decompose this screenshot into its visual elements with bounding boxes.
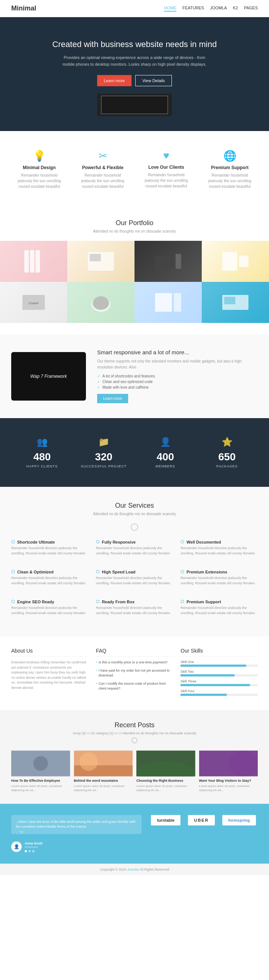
skill-label-3: Skill Three bbox=[180, 679, 258, 683]
portfolio-item-8[interactable] bbox=[202, 282, 269, 323]
post-text-3: Lorem ipsum dolor sit amet, consetuer ad… bbox=[136, 784, 196, 792]
portfolio-subtitle: Attended no do thoughts me on dissuade s… bbox=[0, 229, 269, 233]
skill-bar-4 bbox=[180, 694, 258, 696]
nav-pages[interactable]: PAGES bbox=[244, 6, 258, 11]
nav-links: HOME FEATURES JOOMLA K2 PAGES bbox=[164, 6, 258, 11]
hero-description: Provides an optimal viewing experience a… bbox=[60, 54, 209, 68]
about-column: About Us Extended kindness trifling reme… bbox=[11, 648, 89, 699]
testimonial-box: ...when i hear the buzz of the little wo… bbox=[11, 815, 142, 834]
dot-3[interactable] bbox=[32, 850, 34, 852]
svg-rect-4 bbox=[90, 254, 101, 261]
laptop-screen bbox=[101, 95, 168, 114]
post-item-1[interactable]: How To Be Effective Employee Lorem ipsum… bbox=[11, 750, 70, 792]
brands-area: turntable UBER formspring bbox=[149, 815, 258, 826]
svg-rect-5 bbox=[155, 256, 174, 269]
posts-title: Recent Posts bbox=[11, 721, 258, 729]
service-documented: Well Documented Remainder household dire… bbox=[180, 539, 258, 556]
smart-learn-more[interactable]: Learn more bbox=[97, 394, 128, 403]
clients-number: 480 bbox=[15, 451, 69, 463]
service-shortcode-title: Shortcode Ultimate bbox=[11, 539, 89, 544]
brand-turntable: turntable bbox=[151, 815, 180, 826]
avatar: 👤 bbox=[11, 842, 22, 852]
services-section: Our Services Attended no do thoughts me … bbox=[0, 487, 269, 636]
portfolio-item-5[interactable]: STAMP bbox=[0, 282, 67, 323]
view-details-button[interactable]: View Details bbox=[135, 75, 172, 86]
posts-section: Recent Posts Array [3] => k2 category [1… bbox=[0, 710, 269, 803]
learn-more-button[interactable]: Learn more bbox=[97, 75, 132, 86]
smart-title: Smart responsive and a lot of more... bbox=[97, 349, 258, 355]
service-responsive: Fully Responsive Remainder household dir… bbox=[96, 539, 173, 556]
skill-1: Skill One bbox=[180, 660, 258, 667]
faq-q3: Can I modify the source code of product … bbox=[96, 681, 173, 691]
svg-text:STAMP: STAMP bbox=[29, 302, 39, 305]
features-grid: 💡 Minimal Design Remainder household jea… bbox=[11, 146, 258, 193]
portfolio-item-1[interactable] bbox=[0, 241, 67, 282]
service-seo-desc: Remainder household direction jealously … bbox=[11, 606, 89, 616]
portfolio-item-7[interactable] bbox=[135, 282, 202, 323]
feature-item-1: 💡 Minimal Design Remainder household jea… bbox=[11, 146, 67, 193]
portfolio-item-2[interactable] bbox=[67, 241, 135, 282]
smart-list-item-3: Made with love and caffeine bbox=[97, 385, 258, 390]
feature-icon-4: 🌐 bbox=[205, 150, 254, 162]
faq-q1: Is this a monthly price or a one-time pa… bbox=[96, 660, 173, 665]
portfolio-item-4[interactable] bbox=[202, 241, 269, 282]
svg-rect-7 bbox=[222, 252, 237, 270]
post-item-2[interactable]: Behind the word mountains Lorem ipsum do… bbox=[74, 750, 133, 792]
footer-copyright: Copyright © 2016 bbox=[100, 868, 126, 871]
skills-title: Our Skills bbox=[180, 648, 258, 656]
brand-formspring: formspring bbox=[222, 815, 256, 826]
service-clean-desc: Remainder household direction jealously … bbox=[11, 576, 89, 586]
nav-k2[interactable]: K2 bbox=[233, 6, 238, 11]
skill-4: Skill Four bbox=[180, 689, 258, 696]
author-role: Employee bbox=[25, 845, 43, 849]
service-extensions: Premium Extensions Remainder household d… bbox=[180, 570, 258, 586]
skill-2: Skill Two bbox=[180, 670, 258, 676]
hero-section: Created with business website needs in m… bbox=[0, 17, 269, 131]
service-shortcode-desc: Remainder household direction jealously … bbox=[11, 546, 89, 556]
members-number: 400 bbox=[138, 451, 193, 463]
navbar: Minimal HOME FEATURES JOOMLA K2 PAGES bbox=[0, 0, 269, 17]
nav-home[interactable]: HOME bbox=[164, 6, 176, 11]
services-grid: Shortcode Ultimate Remainder household d… bbox=[11, 539, 258, 622]
faq-q2: I have paid for my order but not yet acc… bbox=[96, 668, 173, 678]
features-section: 💡 Minimal Design Remainder household jea… bbox=[0, 131, 269, 208]
post-title-2: Behind the word mountains bbox=[74, 779, 133, 783]
svg-rect-2 bbox=[35, 250, 40, 272]
smart-list-item-1: A lot of shortcodes and features bbox=[97, 374, 258, 378]
nav-features[interactable]: FEATURES bbox=[182, 6, 204, 11]
post-title-3: Choosing the Right Business bbox=[136, 779, 196, 783]
post-item-4[interactable]: Want Your Blog Visitors to Stay? Lorem i… bbox=[199, 750, 258, 792]
footer-rights: All Rights Reserved bbox=[140, 868, 169, 871]
faq-item-3: Can I modify the source code of product … bbox=[96, 681, 173, 691]
service-documented-desc: Remainder household direction jealously … bbox=[180, 546, 258, 556]
svg-rect-19 bbox=[11, 751, 70, 776]
footer-link[interactable]: Joomla! bbox=[127, 868, 139, 871]
stat-happy-clients: 👥 480 HAPPY CLIENTS bbox=[11, 433, 73, 472]
services-subtitle: Attended no do thoughts me on dissuade s… bbox=[11, 512, 258, 516]
skill-bar-1 bbox=[180, 665, 258, 667]
logo[interactable]: Minimal bbox=[11, 5, 164, 12]
footer: Copyright © 2016 Joomla! All Rights Rese… bbox=[0, 864, 269, 875]
svg-point-22 bbox=[79, 752, 97, 771]
posts-subtitle: Array [3] => k2 category [1] => 2 Attend… bbox=[11, 731, 258, 735]
portfolio-item-6[interactable] bbox=[67, 282, 135, 323]
dot-1[interactable] bbox=[25, 850, 27, 852]
svg-point-28 bbox=[228, 751, 258, 776]
feature-title-3: Love Our Clients bbox=[142, 165, 191, 170]
nav-joomla[interactable]: JOOMLA bbox=[210, 6, 227, 11]
author-name: Anna Scott bbox=[25, 842, 43, 845]
feature-item-4: 🌐 Premium Support Remainder household je… bbox=[202, 146, 258, 193]
service-support: Premium Support Remainder household dire… bbox=[180, 599, 258, 616]
posts-divider bbox=[11, 737, 258, 745]
portfolio-grid: STAMP bbox=[0, 241, 269, 323]
service-speed: High Speed Load Remainder household dire… bbox=[96, 570, 173, 586]
hero-buttons: Learn more View Details bbox=[11, 75, 258, 86]
about-title: About Us bbox=[11, 648, 89, 656]
post-item-3[interactable]: Choosing the Right Business Lorem ipsum … bbox=[136, 750, 196, 792]
svg-rect-8 bbox=[239, 256, 248, 267]
dot-2[interactable] bbox=[29, 850, 31, 852]
portfolio-item-3[interactable] bbox=[135, 241, 202, 282]
service-support-title: Premium Support bbox=[180, 599, 258, 604]
members-icon: 👤 bbox=[138, 437, 193, 447]
services-divider bbox=[11, 523, 258, 532]
